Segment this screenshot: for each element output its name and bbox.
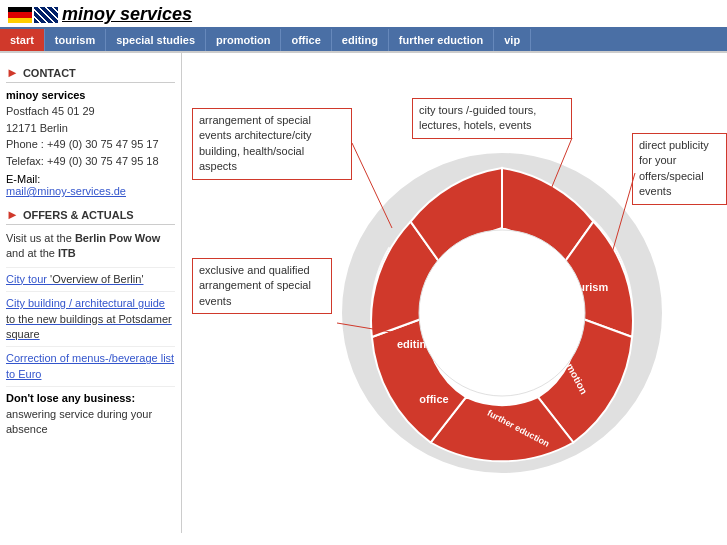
label-office: office [419,393,448,405]
offers-text2: and at the [6,247,58,259]
itb: ITB [58,247,76,259]
navbar: start tourism special studies promotion … [0,29,727,51]
svg-point-5 [419,230,585,396]
ring-svg-proper: special studies tourism Promotion furthe… [342,153,662,473]
nav-editing[interactable]: editing [332,29,389,51]
contact-arrow-icon: ► [6,65,19,80]
fax-label: Telefax: [6,155,44,167]
nav-vip[interactable]: vip [494,29,531,51]
offers-section: ► OFFERS & ACTUALS Visit us at the Berli… [6,207,175,437]
main-layout: ► CONTACT minoy services Postfach 45 01 … [0,53,727,533]
city-building-link[interactable]: City building / architectural guide to t… [6,291,175,342]
sidebar: ► CONTACT minoy services Postfach 45 01 … [0,53,182,533]
nav-office[interactable]: office [281,29,331,51]
offers-intro-text: Visit us at the Berlin Pow Wow and at th… [6,231,175,262]
site-title: minoy services [62,4,192,25]
city-tour-desc: 'Overview of Berlin' [47,273,144,285]
services-ring-diagram: special studies tourism Promotion furthe… [342,153,662,473]
fax-info: Telefax: +49 (0) 30 75 47 95 18 [6,153,175,170]
nav-special-studies[interactable]: special studies [106,29,206,51]
header: minoy services [0,0,727,29]
address-line1: Postfach 45 01 29 [6,103,175,120]
nav-start[interactable]: start [0,29,45,51]
phone-number: +49 (0) 30 75 47 95 17 [47,138,159,150]
offers-text1: Visit us at the [6,232,75,244]
city-building-desc: to the new buildings at Potsdamer square [6,313,172,340]
nav-further-eduction[interactable]: further eduction [389,29,494,51]
company-name: minoy services [6,89,175,101]
address-line2: 12171 Berlin [6,120,175,137]
flags [8,7,58,23]
offers-title-label: OFFERS & ACTUALS [23,209,134,221]
offers-arrow-icon: ► [6,207,19,222]
nav-promotion[interactable]: promotion [206,29,281,51]
callout-city-tours: city tours /-guided tours, lectures, hot… [412,98,572,139]
callout-exclusive: exclusive and qualified arrangement of s… [192,258,332,314]
contact-section-title: ► CONTACT [6,65,175,83]
dont-lose-text: Don't lose any business: answering servi… [6,386,175,437]
content-area: arrangement of special events architectu… [182,53,727,533]
dont-lose-desc: answering service during your absence [6,408,152,435]
nav-tourism[interactable]: tourism [45,29,106,51]
flag-german[interactable] [8,7,32,23]
contact-title-label: CONTACT [23,67,76,79]
callout-special-events: arrangement of special events architectu… [192,108,352,180]
city-tour-link[interactable]: City tour 'Overview of Berlin' [6,267,175,287]
berlin-pow-wow: Berlin Pow Wow [75,232,160,244]
dont-lose-bold: Don't lose any business: [6,392,135,404]
offers-section-title: ► OFFERS & ACTUALS [6,207,175,225]
correction-link[interactable]: Correction of menus-/beverage list to Eu… [6,346,175,382]
fax-number: +49 (0) 30 75 47 95 18 [47,155,159,167]
phone-info: Phone : +49 (0) 30 75 47 95 17 [6,136,175,153]
email-label: E-Mail: [6,173,175,185]
phone-label: Phone : [6,138,44,150]
email-link[interactable]: mail@minoy-services.de [6,185,126,197]
flag-gb[interactable] [34,7,58,23]
